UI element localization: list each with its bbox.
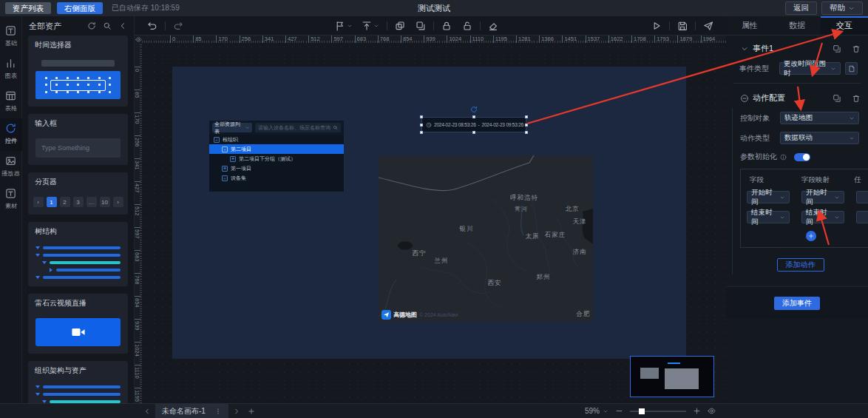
save-icon[interactable] — [677, 21, 688, 31]
input-preview[interactable]: Type Something — [35, 138, 121, 158]
rail-item-1[interactable]: 基础 — [0, 21, 22, 53]
preview-eye-icon[interactable] — [708, 407, 716, 415]
tab-数据[interactable]: 数据 — [773, 16, 821, 35]
tree-widget[interactable]: 全部资源列表 请输入设备名称、场景名称查询 -根组织-第二项目+第二项目下分组（… — [209, 121, 344, 192]
tree-node[interactable]: -设备集 — [209, 173, 344, 183]
preview-play-icon[interactable] — [651, 21, 662, 31]
page-button[interactable]: 3 — [73, 197, 84, 207]
tree-node[interactable]: -根组织 — [209, 135, 344, 144]
unlock-icon[interactable] — [462, 21, 472, 31]
zoom-out-icon[interactable] — [615, 407, 623, 415]
collapse-panel-icon[interactable] — [118, 21, 127, 30]
zoom-slider[interactable] — [630, 411, 686, 412]
expander-icon[interactable]: - — [222, 175, 228, 181]
rail-item-5[interactable]: 播放器 — [0, 151, 22, 183]
expander-icon[interactable]: - — [214, 137, 220, 143]
back-button[interactable]: 返回 — [785, 1, 817, 15]
zoom-in-icon[interactable] — [693, 407, 701, 415]
resize-handle[interactable] — [420, 115, 423, 118]
rail-item-4[interactable]: 控件 — [0, 118, 22, 151]
asset-card[interactable]: 组织架构与资产 — [28, 361, 128, 403]
copy-action-icon[interactable] — [833, 94, 841, 103]
rotate-handle-icon[interactable] — [470, 106, 478, 113]
event-type-select[interactable]: 更改时间范围时 — [779, 62, 841, 75]
tab-属性[interactable]: 属性 — [726, 16, 773, 35]
rail-item-3[interactable]: 表格 — [0, 86, 22, 118]
asset-card[interactable]: 分页器‹123…10› — [28, 172, 128, 215]
extra-select-2[interactable] — [856, 211, 868, 223]
canvas-page-tab[interactable]: 未命名画布-1 — [155, 404, 228, 418]
page-menu-icon[interactable] — [214, 408, 222, 415]
action-type-select[interactable]: 数据联动 — [780, 132, 859, 144]
expander-icon[interactable]: + — [222, 166, 228, 172]
redo-icon[interactable] — [173, 21, 183, 31]
tree-node[interactable]: +第一项目 — [209, 164, 344, 173]
asset-card[interactable]: 输入框Type Something — [28, 114, 128, 165]
minimap[interactable] — [630, 356, 714, 397]
field-select-2[interactable]: 结束时间 — [747, 211, 790, 223]
asset-card[interactable]: 雷石云视频直播 — [28, 294, 128, 354]
next-page-icon[interactable] — [233, 408, 240, 415]
resize-handle[interactable] — [525, 124, 528, 127]
group-icon[interactable] — [395, 21, 405, 31]
eraser-icon[interactable] — [488, 21, 498, 31]
asset-card[interactable]: 时间选择器 — [28, 36, 128, 107]
mapping-select-2[interactable]: 结束时间 — [801, 211, 844, 223]
asset-list-button[interactable]: 资产列表 — [5, 2, 51, 14]
control-object-select[interactable]: 轨迹地图 — [780, 112, 859, 124]
event-script-button[interactable] — [845, 62, 858, 75]
rail-item-2[interactable]: 图表 — [0, 53, 22, 86]
copy-event-icon[interactable] — [833, 44, 841, 53]
delete-action-icon[interactable] — [852, 94, 861, 103]
rail-item-6[interactable]: 素材 — [0, 183, 22, 216]
end-time-value[interactable]: 2024-02-23 09:53:26 — [482, 122, 524, 127]
duplicate-icon[interactable] — [416, 21, 426, 31]
publish-icon[interactable] — [703, 21, 713, 31]
help-button[interactable]: 帮助 — [821, 1, 863, 15]
asset-card[interactable]: 树结构 — [28, 222, 128, 286]
add-event-button[interactable]: 添加事件 — [774, 297, 820, 310]
tree-node[interactable]: -第二项目 — [209, 144, 344, 154]
mapping-select-1[interactable]: 开始时间 — [801, 191, 844, 203]
zoom-slider-handle[interactable] — [639, 408, 645, 414]
resource-type-select[interactable]: 全部资源列表 — [212, 123, 252, 132]
right-panel-button[interactable]: 右侧面版 — [57, 2, 103, 14]
undo-icon[interactable] — [147, 21, 157, 31]
flag-dropdown[interactable] — [335, 21, 354, 31]
page-button[interactable]: 10 — [100, 197, 110, 207]
page-button[interactable]: ‹ — [33, 197, 44, 207]
page-button[interactable]: … — [87, 197, 97, 207]
add-action-button[interactable]: 添加动作 — [777, 258, 824, 272]
page-button[interactable]: 1 — [47, 197, 57, 207]
field-select-1[interactable]: 开始时间 — [747, 191, 790, 203]
canvas-viewport[interactable]: 全部资源列表 请输入设备名称、场景名称查询 -根组织-第二项目+第二项目下分组（… — [142, 43, 726, 403]
collapse-action-icon[interactable] — [740, 94, 749, 103]
add-page-icon[interactable] — [248, 408, 255, 415]
time-range-picker[interactable]: 2024-02-23 08:53:26 - 2024-02-23 09:53:2… — [421, 117, 526, 132]
zoom-level-select[interactable]: 59% — [585, 407, 608, 415]
extra-select-1[interactable] — [856, 191, 868, 203]
align-dropdown[interactable] — [362, 21, 381, 31]
page-button[interactable]: › — [113, 197, 123, 207]
tab-交互[interactable]: 交互 — [821, 16, 868, 35]
resize-handle[interactable] — [472, 131, 475, 134]
resize-handle[interactable] — [525, 115, 528, 118]
resize-handle[interactable] — [525, 131, 528, 134]
resize-handle[interactable] — [472, 115, 475, 118]
lock-icon[interactable] — [441, 21, 452, 31]
expander-icon[interactable]: + — [230, 156, 236, 162]
add-mapping-row-button[interactable] — [806, 231, 816, 241]
prev-page-icon[interactable] — [143, 408, 151, 415]
search-icon[interactable] — [103, 21, 112, 30]
refresh-icon[interactable] — [87, 21, 96, 30]
expander-icon[interactable]: - — [222, 146, 228, 152]
page-button[interactable]: 2 — [60, 197, 70, 207]
tree-node[interactable]: +第二项目下分组（测试） — [209, 154, 344, 164]
device-search-input[interactable]: 请输入设备名称、场景名称查询 — [255, 123, 341, 132]
resize-handle[interactable] — [420, 131, 423, 134]
resize-handle[interactable] — [420, 124, 423, 127]
delete-event-icon[interactable] — [852, 44, 861, 53]
start-time-value[interactable]: 2024-02-23 08:53:26 — [434, 122, 476, 127]
map-widget[interactable]: 呼和浩特黄河北京天津银川太原石家庄西宁兰州济南郑州西安合肥 高德地图 © 202… — [379, 155, 593, 322]
param-init-toggle[interactable] — [794, 153, 810, 161]
